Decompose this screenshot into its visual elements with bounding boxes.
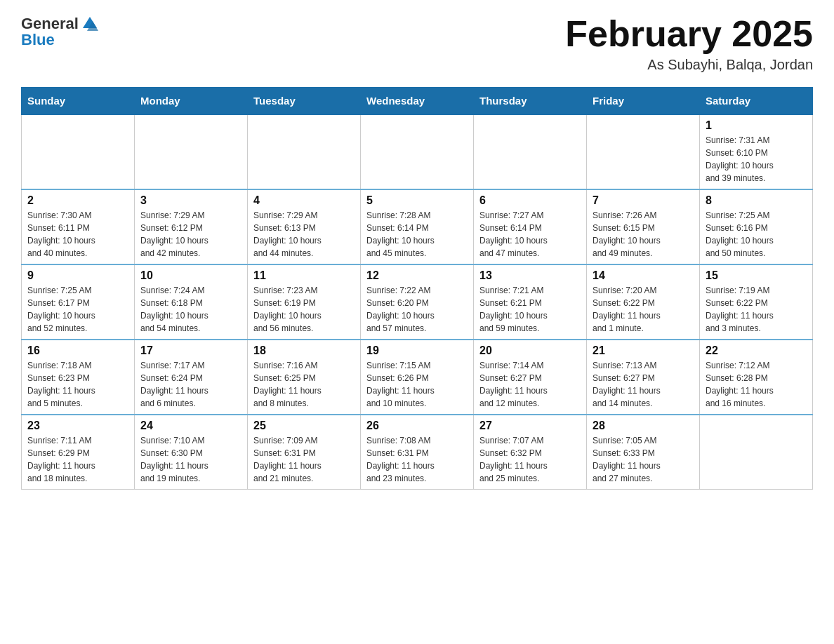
day-info: Sunrise: 7:28 AMSunset: 6:14 PMDaylight:…	[366, 209, 468, 260]
day-number: 21	[593, 344, 694, 357]
day-number: 20	[479, 344, 581, 357]
day-number: 23	[27, 420, 128, 432]
calendar-table: SundayMondayTuesdayWednesdayThursdayFrid…	[21, 87, 813, 490]
day-info: Sunrise: 7:25 AMSunset: 6:16 PMDaylight:…	[706, 209, 807, 260]
calendar-cell: 4Sunrise: 7:29 AMSunset: 6:13 PMDaylight…	[248, 189, 361, 264]
day-number: 25	[253, 420, 355, 432]
calendar-week-row: 2Sunrise: 7:30 AMSunset: 6:11 PMDaylight…	[22, 189, 813, 264]
day-info: Sunrise: 7:23 AMSunset: 6:19 PMDaylight:…	[253, 284, 355, 335]
day-info: Sunrise: 7:19 AMSunset: 6:22 PMDaylight:…	[706, 284, 807, 335]
day-number: 10	[140, 269, 241, 282]
day-number: 13	[479, 269, 581, 282]
calendar-cell: 13Sunrise: 7:21 AMSunset: 6:21 PMDayligh…	[474, 264, 587, 340]
day-info: Sunrise: 7:27 AMSunset: 6:14 PMDaylight:…	[479, 209, 581, 260]
calendar-cell: 22Sunrise: 7:12 AMSunset: 6:28 PMDayligh…	[700, 340, 813, 415]
day-header-tuesday: Tuesday	[248, 88, 361, 115]
calendar-cell: 11Sunrise: 7:23 AMSunset: 6:19 PMDayligh…	[248, 264, 361, 340]
calendar-cell: 10Sunrise: 7:24 AMSunset: 6:18 PMDayligh…	[135, 264, 248, 340]
calendar-cell: 25Sunrise: 7:09 AMSunset: 6:31 PMDayligh…	[248, 415, 361, 490]
calendar-cell	[587, 114, 700, 189]
day-info: Sunrise: 7:24 AMSunset: 6:18 PMDaylight:…	[140, 284, 241, 335]
day-info: Sunrise: 7:10 AMSunset: 6:30 PMDaylight:…	[140, 434, 241, 485]
day-info: Sunrise: 7:09 AMSunset: 6:31 PMDaylight:…	[253, 434, 355, 485]
calendar-cell: 14Sunrise: 7:20 AMSunset: 6:22 PMDayligh…	[587, 264, 700, 340]
day-header-saturday: Saturday	[700, 88, 813, 115]
day-info: Sunrise: 7:08 AMSunset: 6:31 PMDaylight:…	[366, 434, 468, 485]
calendar-cell: 26Sunrise: 7:08 AMSunset: 6:31 PMDayligh…	[361, 415, 474, 490]
day-info: Sunrise: 7:31 AMSunset: 6:10 PMDaylight:…	[706, 134, 807, 185]
day-number: 5	[366, 194, 468, 207]
day-info: Sunrise: 7:29 AMSunset: 6:13 PMDaylight:…	[253, 209, 355, 260]
day-info: Sunrise: 7:14 AMSunset: 6:27 PMDaylight:…	[479, 359, 581, 410]
day-number: 3	[140, 194, 241, 207]
calendar-cell: 17Sunrise: 7:17 AMSunset: 6:24 PMDayligh…	[135, 340, 248, 415]
day-number: 26	[366, 420, 468, 432]
day-info: Sunrise: 7:05 AMSunset: 6:33 PMDaylight:…	[593, 434, 694, 485]
calendar-cell: 3Sunrise: 7:29 AMSunset: 6:12 PMDaylight…	[135, 189, 248, 264]
day-number: 28	[593, 420, 694, 432]
calendar-cell: 27Sunrise: 7:07 AMSunset: 6:32 PMDayligh…	[474, 415, 587, 490]
day-header-wednesday: Wednesday	[361, 88, 474, 115]
day-number: 4	[253, 194, 355, 207]
day-number: 19	[366, 344, 468, 357]
day-number: 14	[593, 269, 694, 282]
calendar-cell: 28Sunrise: 7:05 AMSunset: 6:33 PMDayligh…	[587, 415, 700, 490]
day-info: Sunrise: 7:16 AMSunset: 6:25 PMDaylight:…	[253, 359, 355, 410]
page-header: General Blue February 2025 As Subayhi, B…	[21, 14, 813, 73]
calendar-week-row: 16Sunrise: 7:18 AMSunset: 6:23 PMDayligh…	[22, 340, 813, 415]
calendar-cell: 1Sunrise: 7:31 AMSunset: 6:10 PMDaylight…	[700, 114, 813, 189]
day-info: Sunrise: 7:22 AMSunset: 6:20 PMDaylight:…	[366, 284, 468, 335]
calendar-cell: 16Sunrise: 7:18 AMSunset: 6:23 PMDayligh…	[22, 340, 135, 415]
calendar-header-row: SundayMondayTuesdayWednesdayThursdayFrid…	[22, 88, 813, 115]
calendar-cell	[248, 114, 361, 189]
day-info: Sunrise: 7:15 AMSunset: 6:26 PMDaylight:…	[366, 359, 468, 410]
calendar-cell	[700, 415, 813, 490]
calendar-cell	[474, 114, 587, 189]
calendar-cell: 18Sunrise: 7:16 AMSunset: 6:25 PMDayligh…	[248, 340, 361, 415]
day-info: Sunrise: 7:17 AMSunset: 6:24 PMDaylight:…	[140, 359, 241, 410]
day-number: 9	[27, 269, 128, 282]
calendar-cell: 8Sunrise: 7:25 AMSunset: 6:16 PMDaylight…	[700, 189, 813, 264]
logo-blue: Blue	[21, 31, 100, 49]
day-header-friday: Friday	[587, 88, 700, 115]
day-info: Sunrise: 7:18 AMSunset: 6:23 PMDaylight:…	[27, 359, 128, 410]
day-number: 18	[253, 344, 355, 357]
calendar-cell: 23Sunrise: 7:11 AMSunset: 6:29 PMDayligh…	[22, 415, 135, 490]
calendar-cell: 20Sunrise: 7:14 AMSunset: 6:27 PMDayligh…	[474, 340, 587, 415]
day-number: 15	[706, 269, 807, 282]
calendar-cell	[22, 114, 135, 189]
calendar-week-row: 1Sunrise: 7:31 AMSunset: 6:10 PMDaylight…	[22, 114, 813, 189]
day-number: 7	[593, 194, 694, 207]
calendar-cell	[135, 114, 248, 189]
day-number: 27	[479, 420, 581, 432]
calendar-cell: 19Sunrise: 7:15 AMSunset: 6:26 PMDayligh…	[361, 340, 474, 415]
calendar-cell: 2Sunrise: 7:30 AMSunset: 6:11 PMDaylight…	[22, 189, 135, 264]
day-info: Sunrise: 7:21 AMSunset: 6:21 PMDaylight:…	[479, 284, 581, 335]
day-number: 17	[140, 344, 241, 357]
day-number: 1	[706, 119, 807, 132]
calendar-cell: 7Sunrise: 7:26 AMSunset: 6:15 PMDaylight…	[587, 189, 700, 264]
day-header-sunday: Sunday	[22, 88, 135, 115]
calendar-cell	[361, 114, 474, 189]
calendar-cell: 15Sunrise: 7:19 AMSunset: 6:22 PMDayligh…	[700, 264, 813, 340]
calendar-cell: 5Sunrise: 7:28 AMSunset: 6:14 PMDaylight…	[361, 189, 474, 264]
day-number: 11	[253, 269, 355, 282]
calendar-cell: 6Sunrise: 7:27 AMSunset: 6:14 PMDaylight…	[474, 189, 587, 264]
month-title: February 2025	[565, 14, 813, 54]
day-number: 24	[140, 420, 241, 432]
day-info: Sunrise: 7:11 AMSunset: 6:29 PMDaylight:…	[27, 434, 128, 485]
calendar-cell: 9Sunrise: 7:25 AMSunset: 6:17 PMDaylight…	[22, 264, 135, 340]
day-header-thursday: Thursday	[474, 88, 587, 115]
calendar-cell: 21Sunrise: 7:13 AMSunset: 6:27 PMDayligh…	[587, 340, 700, 415]
day-info: Sunrise: 7:20 AMSunset: 6:22 PMDaylight:…	[593, 284, 694, 335]
title-section: February 2025 As Subayhi, Balqa, Jordan	[565, 14, 813, 73]
location: As Subayhi, Balqa, Jordan	[565, 57, 813, 73]
calendar-cell: 12Sunrise: 7:22 AMSunset: 6:20 PMDayligh…	[361, 264, 474, 340]
day-info: Sunrise: 7:30 AMSunset: 6:11 PMDaylight:…	[27, 209, 128, 260]
day-header-monday: Monday	[135, 88, 248, 115]
day-number: 8	[706, 194, 807, 207]
day-number: 22	[706, 344, 807, 357]
day-number: 12	[366, 269, 468, 282]
calendar-week-row: 9Sunrise: 7:25 AMSunset: 6:17 PMDaylight…	[22, 264, 813, 340]
day-info: Sunrise: 7:07 AMSunset: 6:32 PMDaylight:…	[479, 434, 581, 485]
